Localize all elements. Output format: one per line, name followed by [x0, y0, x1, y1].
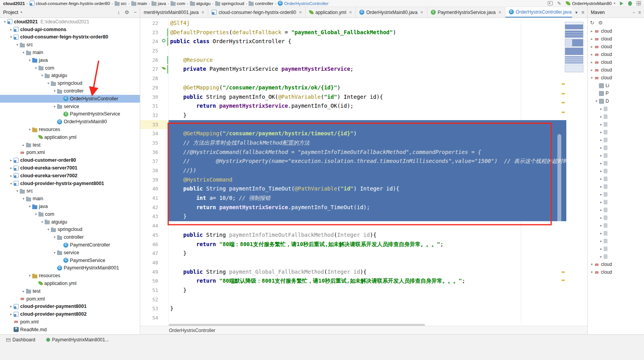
warning-stripe-mark[interactable] [562, 280, 565, 281]
tree-chevron-icon[interactable]: ▸ [599, 138, 604, 142]
tree-chevron-icon[interactable]: ▸ [589, 29, 594, 33]
code-line[interactable]: 27 private PaymentHystrixService payment… [140, 65, 566, 74]
maven-tree-item[interactable]: Li [588, 82, 644, 89]
tree-item[interactable]: IPaymentHystrixService [0, 110, 140, 118]
tree-item[interactable]: ▸cloud-provider-payment8001 [0, 302, 140, 310]
maven-tree-item[interactable]: ▸ [588, 253, 644, 260]
line-number[interactable]: 32 [140, 111, 169, 120]
maven-tree-item[interactable]: ▸ [588, 245, 644, 253]
tree-chevron-icon[interactable]: ▾ [33, 212, 38, 216]
editor-tab[interactable]: cloud-consumer-feign-hystrix-order80× [208, 7, 306, 17]
line-number[interactable]: 45 [140, 231, 169, 240]
tree-item[interactable]: ▸cloud-provider-payment8002 [0, 310, 140, 318]
editor-scrollbar-thumb[interactable] [557, 134, 561, 224]
tree-chevron-icon[interactable]: ▸ [599, 208, 604, 212]
line-number[interactable]: 34 [140, 129, 169, 138]
tree-item[interactable]: ▸test [0, 287, 140, 295]
tree-chevron-icon[interactable]: ▸ [599, 247, 604, 251]
tree-item[interactable]: ▾atguigu [0, 72, 140, 80]
tree-item[interactable]: ▾main [0, 195, 140, 203]
code-line[interactable]: 37 // @HystrixProperty(name="execution.i… [140, 157, 566, 166]
tree-chevron-icon[interactable]: ▾ [589, 262, 594, 266]
code-line[interactable]: 26 @Resource [140, 56, 566, 65]
tree-chevron-icon[interactable]: ▾ [9, 182, 14, 185]
tree-item[interactable]: ▾resources [0, 126, 140, 133]
tree-chevron-icon[interactable]: ▸ [589, 37, 594, 41]
breadcrumb-item[interactable]: main [131, 1, 147, 6]
maven-panel-header[interactable]: Maven − ≡ [587, 7, 644, 17]
tree-chevron-icon[interactable]: ▾ [33, 66, 38, 70]
line-number[interactable]: 43 [140, 212, 169, 221]
code-line[interactable]: 40 public String paymentInfo_TimeOut(@Pa… [140, 184, 566, 194]
run-config-selector[interactable]: OrderHystrixMain80 ▾ [566, 1, 615, 6]
tree-item[interactable]: CPaymentService [0, 257, 140, 264]
line-number[interactable]: 36 [140, 148, 169, 157]
tree-item[interactable]: application.yml [0, 280, 140, 287]
breadcrumb-item[interactable]: cloud2021 [3, 1, 25, 6]
tree-chevron-icon[interactable]: ▾ [40, 73, 45, 77]
code-editor[interactable]: 22@Slf4j23@DefaultProperties(defaultFall… [140, 19, 566, 323]
run-button[interactable] [620, 2, 623, 5]
tree-chevron-icon[interactable]: ▾ [27, 274, 32, 278]
breadcrumb-item[interactable]: java [151, 1, 166, 6]
code-line[interactable]: 30 public String paymentInfo_OK(@PathVar… [140, 93, 566, 102]
tree-chevron-icon[interactable]: ▾ [27, 204, 32, 208]
line-number[interactable]: 23 [140, 28, 169, 37]
warning-stripe-mark[interactable] [562, 112, 565, 113]
maven-tree-item[interactable]: ▸mcloud [588, 43, 644, 51]
tree-chevron-icon[interactable]: ▸ [9, 166, 14, 170]
warning-stripe-mark[interactable] [562, 271, 565, 273]
breadcrumb-item[interactable]: COrderHystrixController [278, 1, 328, 6]
editor-bottom-breadcrumb[interactable]: OrderHystrixController [140, 326, 587, 334]
tree-item[interactable]: COrderHystrixController [0, 95, 140, 103]
code-line[interactable]: 42 return paymentHystrixService.paymentI… [140, 203, 566, 212]
maven-tree-item[interactable]: ▸ [588, 229, 644, 237]
tree-chevron-icon[interactable]: ▾ [15, 189, 20, 193]
services-icon[interactable] [637, 1, 641, 5]
code-line[interactable]: 32 } [140, 111, 566, 120]
tree-chevron-icon[interactable]: ▸ [21, 143, 26, 147]
tree-chevron-icon[interactable]: ▸ [599, 169, 604, 173]
tree-chevron-icon[interactable]: ▸ [9, 158, 14, 162]
maven-tree-item[interactable]: ▸ [588, 121, 644, 128]
maven-tree-item[interactable]: ▸mcloud [588, 58, 644, 66]
line-number[interactable]: 41 [140, 194, 169, 203]
tree-chevron-icon[interactable]: ▸ [599, 216, 604, 220]
tree-item[interactable]: ▾com [0, 64, 140, 72]
tree-item[interactable]: ▾src [0, 41, 140, 49]
maven-tree-item[interactable]: ▸ [588, 167, 644, 175]
gear-icon[interactable]: ⚙ [125, 9, 129, 15]
tree-item[interactable]: ▾springcloud [0, 79, 140, 87]
line-number[interactable]: 47 [140, 249, 169, 258]
tree-chevron-icon[interactable]: ▸ [21, 289, 26, 293]
debug-icon[interactable] [628, 1, 632, 6]
maven-tree-item[interactable]: ▾mcloud [588, 260, 644, 268]
tree-chevron-icon[interactable]: ▸ [599, 192, 604, 196]
tree-chevron-icon[interactable]: ▾ [21, 197, 26, 201]
tree-item[interactable]: ▾cloud-provider-hystrix-payment8001 [0, 180, 140, 187]
tree-item[interactable]: ▾service [0, 249, 140, 257]
maven-tree-item[interactable]: ▸ [588, 144, 644, 152]
tree-item[interactable]: ▾controller [0, 233, 140, 241]
tree-item[interactable]: ▸cloud-eureka-server7002 [0, 172, 140, 180]
code-line[interactable]: 41 int a= 10/0; // 强制报错 [140, 194, 566, 203]
tree-chevron-icon[interactable]: ▸ [9, 28, 14, 31]
tree-chevron-icon[interactable]: ▾ [21, 51, 26, 54]
line-number[interactable]: 22 [140, 19, 169, 28]
code-line[interactable]: 50 return "80端默认降级：8001支付服务繁忙，请10秒后重试,如未… [140, 276, 566, 286]
tree-chevron-icon[interactable]: ▸ [599, 107, 604, 111]
tree-chevron-icon[interactable]: ▾ [589, 270, 594, 274]
refresh-icon[interactable]: ↻ [590, 20, 594, 26]
close-icon[interactable]: × [349, 9, 352, 15]
tree-item[interactable]: mpom.xml [0, 318, 140, 326]
maven-tree-item[interactable]: ▾mcloud [588, 74, 644, 82]
maven-tree-item[interactable]: ▸ [588, 128, 644, 136]
tree-item[interactable]: mpom.xml [0, 149, 140, 157]
line-number[interactable]: 44 [140, 221, 169, 231]
line-number[interactable]: 25 [140, 46, 169, 56]
sort-icon[interactable]: ↕ [117, 9, 120, 15]
tree-chevron-icon[interactable]: ▾ [46, 227, 51, 231]
code-line[interactable]: 52 [140, 295, 566, 304]
hide-panel-icon[interactable]: − [134, 9, 137, 15]
tree-item[interactable]: CPaymentController [0, 241, 140, 249]
